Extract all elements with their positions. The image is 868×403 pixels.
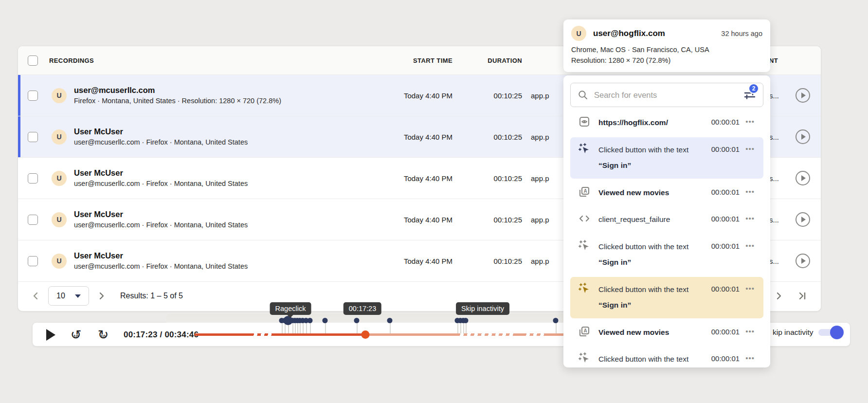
recording-title: User McUser	[74, 167, 248, 179]
event-time: 00:00:01	[699, 328, 740, 336]
event-filter-button[interactable]: 2	[743, 89, 756, 101]
person-meta-resolution: Resolution: 1280 × 720 (72.8%)	[571, 55, 762, 66]
event-row-pageview[interactable]: https://hogflix.com/ 00:00:01 •••	[570, 110, 763, 136]
event-label: Clicked button with the text “Sign in”	[598, 351, 699, 367]
timeline-event-dot[interactable]	[307, 318, 313, 323]
event-more-button[interactable]: •••	[740, 117, 760, 126]
event-label: Clicked button with the text “Sign in”	[598, 282, 699, 313]
row-checkbox[interactable]	[28, 91, 38, 101]
play-recording-button[interactable]	[796, 254, 810, 268]
next-page-button-right[interactable]	[773, 290, 785, 302]
event-time: 00:00:01	[699, 285, 740, 293]
code-brackets-icon	[578, 212, 591, 225]
source-cell: s...	[769, 257, 789, 265]
pageview-eye-icon	[578, 115, 591, 128]
avatar: U	[52, 254, 67, 269]
play-recording-button[interactable]	[796, 88, 810, 103]
play-recording-button[interactable]	[796, 129, 810, 144]
avatar: U	[571, 26, 586, 41]
svg-text:A: A	[583, 328, 587, 333]
source-cell: s...	[769, 174, 789, 183]
recording-title: User McUser	[74, 126, 248, 138]
row-checkbox[interactable]	[28, 256, 38, 266]
toggle-knob	[830, 326, 844, 339]
play-icon	[801, 217, 806, 222]
row-checkbox[interactable]	[28, 132, 38, 142]
timeline-event-dot[interactable]	[463, 318, 469, 323]
event-more-button[interactable]: •••	[740, 327, 760, 335]
chevron-left-icon	[32, 292, 39, 300]
forward-10-button[interactable]: ↻10	[96, 329, 110, 342]
event-label: client_request_failure	[598, 212, 699, 228]
person-meta-browser: Chrome, Mac OS · San Francisco, CA, USA	[571, 44, 762, 55]
source-cell: s...	[769, 216, 789, 224]
col-header-duration: DURATION	[457, 57, 527, 64]
start-time-cell: Today 4:40 PM	[380, 257, 457, 265]
action-icon: A	[578, 325, 591, 338]
play-icon	[801, 175, 806, 181]
event-more-button[interactable]: •••	[740, 354, 760, 362]
timeline-event-dot[interactable]	[354, 318, 360, 323]
event-more-button[interactable]: •••	[740, 214, 760, 222]
event-row-autocapture-active[interactable]: Clicked button with the text “Sign in” 0…	[570, 277, 763, 318]
event-more-button[interactable]: •••	[740, 241, 760, 250]
play-icon	[801, 92, 806, 98]
event-row-action[interactable]: A Viewed new movies 00:00:01 •••	[570, 320, 763, 346]
event-row-autocapture[interactable]: Clicked button with the text “Sign in” 0…	[570, 234, 763, 275]
start-time-cell: Today 4:40 PM	[380, 92, 457, 100]
seekbar-handle[interactable]	[362, 330, 370, 339]
duration-cell: 00:10:25	[457, 174, 527, 183]
event-label: Clicked button with the text “Sign in”	[598, 239, 699, 271]
select-all-checkbox[interactable]	[28, 55, 38, 66]
duration-cell: 00:10:25	[457, 92, 527, 100]
event-row-autocapture[interactable]: Clicked button with the text “Sign in” 0…	[570, 137, 763, 179]
duration-cell: 00:10:25	[457, 216, 527, 224]
event-more-button[interactable]: •••	[740, 284, 760, 293]
col-header-start-time: START TIME	[380, 57, 457, 64]
event-more-button[interactable]: •••	[740, 187, 760, 196]
cursor-click-icon	[578, 143, 591, 155]
source-cell: s...	[769, 92, 789, 100]
play-icon	[801, 134, 806, 140]
rewind-10-button[interactable]: ↺10	[69, 329, 83, 342]
event-time: 00:00:01	[699, 188, 740, 196]
playback-timecode: 00:17:23 / 00:34:46	[124, 330, 199, 340]
event-time: 00:00:01	[699, 215, 740, 223]
event-row-autocapture[interactable]: Clicked button with the text “Sign in” 0…	[570, 347, 763, 367]
event-more-button[interactable]: •••	[740, 145, 760, 153]
cursor-click-icon	[578, 352, 591, 365]
next-page-button[interactable]	[96, 290, 108, 302]
search-input[interactable]	[594, 91, 743, 100]
chevron-right-icon	[775, 292, 783, 300]
row-checkbox[interactable]	[28, 215, 38, 225]
timeline-event-dot[interactable]	[387, 318, 393, 323]
recording-title: User McUser	[74, 209, 248, 220]
recording-age: 32 hours ago	[721, 30, 762, 37]
person-email[interactable]: user@hogflix.com	[593, 29, 721, 38]
duration-cell: 00:10:25	[457, 133, 527, 141]
avatar: U	[52, 88, 67, 103]
cursor-click-icon	[578, 282, 591, 295]
search-icon	[578, 90, 588, 100]
prev-page-button[interactable]	[30, 290, 41, 302]
play-recording-button[interactable]	[796, 171, 810, 185]
play-icon	[801, 258, 806, 264]
start-time-cell: Today 4:40 PM	[380, 216, 457, 224]
event-row-custom-event[interactable]: client_request_failure 00:00:01 •••	[570, 207, 763, 233]
play-recording-button[interactable]	[796, 212, 810, 227]
timeline-event-dot[interactable]	[553, 318, 559, 323]
play-button[interactable]	[46, 329, 55, 341]
recording-subtitle: user@mcuserllc.com · Firefox · Montana, …	[74, 137, 248, 147]
timeline-event-dot[interactable]	[323, 318, 328, 323]
event-label: Viewed new movies	[598, 325, 699, 341]
avatar: U	[52, 171, 67, 186]
event-label: Clicked button with the text “Sign in”	[598, 142, 699, 174]
events-popover: 2 https://hogflix.com/ 00:00:01 ••• Clic…	[563, 75, 770, 367]
row-checkbox[interactable]	[28, 173, 38, 183]
recording-subtitle: user@mcuserllc.com · Firefox · Montana, …	[74, 179, 248, 189]
event-row-action[interactable]: A Viewed new movies 00:00:01 •••	[570, 180, 763, 206]
page-size-select[interactable]: 10	[48, 286, 89, 306]
recording-subtitle: Firefox · Montana, United States · Resol…	[74, 96, 281, 106]
last-page-button[interactable]	[796, 290, 809, 302]
skip-inactivity-toggle[interactable]	[818, 329, 843, 336]
